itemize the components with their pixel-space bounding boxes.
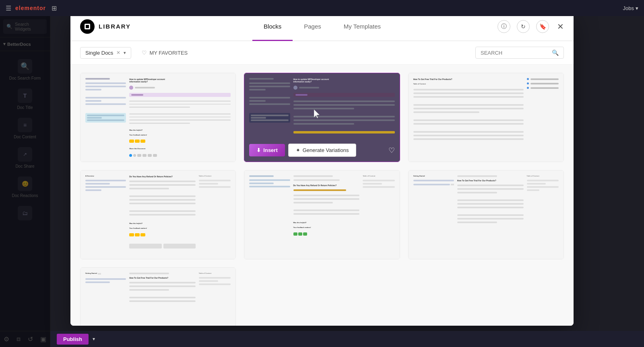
template-preview-1: How to update WPDeveloper accountinforma… [80, 73, 235, 162]
modal-logo: LIBRARY [80, 19, 131, 34]
insert-button[interactable]: ⬇ Insert [249, 144, 285, 156]
template-preview-5: Do You Have Any Refund Or Return Policie… [244, 170, 399, 259]
modal-header: LIBRARY Blocks Pages My Templates ⓘ ↻ 🔖 … [70, 12, 574, 41]
modal-overlay: LIBRARY Blocks Pages My Templates ⓘ ↻ 🔖 … [0, 0, 644, 347]
elementor-logo: elementor [15, 5, 46, 11]
template-card-7[interactable]: Getting Started How To Get Free Trial Fo… [80, 267, 236, 326]
modal-toolbar: Single Docs ✕ ▾ ♡ MY FAVORITES 🔍 [70, 41, 574, 65]
heart-icon-card: ♡ [388, 146, 395, 154]
favorites-button[interactable]: ♡ MY FAVORITES [136, 47, 193, 58]
modal-header-actions: ⓘ ↻ 🔖 ✕ [497, 20, 564, 33]
heart-icon: ♡ [142, 49, 147, 56]
modal-content: How to update WPDeveloper accountinforma… [70, 65, 574, 326]
template-card-6[interactable]: Getting Started How To Get Free T [408, 170, 564, 259]
tab-my-templates[interactable]: My Templates [332, 12, 392, 41]
templates-grid: How to update WPDeveloper accountinforma… [80, 73, 564, 326]
filter-clear-icon[interactable]: ✕ [116, 50, 120, 55]
generate-button[interactable]: ✦ Generate Variations [288, 144, 357, 157]
search-input[interactable] [481, 50, 549, 56]
filter-dropdown[interactable]: Single Docs ✕ ▾ [80, 47, 131, 59]
publish-button[interactable]: Publish [57, 334, 89, 345]
insert-icon: ⬇ [256, 147, 261, 153]
save-button[interactable]: 🔖 [536, 20, 549, 33]
modal-tabs: Blocks Pages My Templates [147, 12, 497, 41]
grid-icon[interactable]: ⊞ [52, 4, 57, 12]
template-card-4[interactable]: A Overview Do You Have Any Refund Or Ret… [80, 170, 236, 259]
template-preview-7: Getting Started How To Get Free Trial Fo… [80, 268, 235, 326]
modal-library-title: LIBRARY [99, 23, 131, 30]
generate-icon: ✦ [296, 147, 300, 153]
favorites-label: MY FAVORITES [149, 50, 188, 56]
template-card-5[interactable]: Do You Have Any Refund Or Return Policie… [244, 170, 400, 259]
template-preview-6: Getting Started How To Get Free T [409, 170, 564, 259]
favorite-button[interactable]: ♡ [388, 146, 395, 155]
jobs-button[interactable]: Jobs ▾ [623, 5, 638, 11]
refresh-button[interactable]: ↻ [517, 20, 530, 33]
template-actions: ⬇ Insert ✦ Generate Variations ♡ [244, 139, 399, 162]
template-card-1[interactable]: How to update WPDeveloper accountinforma… [80, 73, 236, 162]
template-card-3[interactable]: How To Get Free Trial For Our Products? … [408, 73, 564, 162]
close-button[interactable]: ✕ [557, 22, 564, 31]
library-modal: LIBRARY Blocks Pages My Templates ⓘ ↻ 🔖 … [70, 12, 574, 326]
filter-arrow-icon: ▾ [124, 50, 126, 55]
library-logo-icon [80, 19, 95, 34]
search-bar: 🔍 [475, 47, 564, 59]
filter-label: Single Docs [85, 50, 113, 56]
template-card-2[interactable]: How to update WPDeveloper accountinforma… [244, 73, 400, 162]
template-preview-3: How To Get Free Trial For Our Products? … [409, 73, 564, 162]
publish-arrow[interactable]: ▾ [93, 336, 95, 342]
tab-blocks[interactable]: Blocks [252, 12, 293, 41]
info-button[interactable]: ⓘ [497, 20, 510, 33]
tab-pages[interactable]: Pages [293, 12, 332, 41]
top-bar-right: Jobs ▾ [623, 5, 638, 11]
template-preview-4: A Overview Do You Have Any Refund Or Ret… [80, 170, 235, 259]
search-icon: 🔍 [552, 49, 559, 56]
svg-rect-1 [86, 25, 89, 28]
hamburger-icon[interactable]: ☰ [6, 4, 11, 12]
